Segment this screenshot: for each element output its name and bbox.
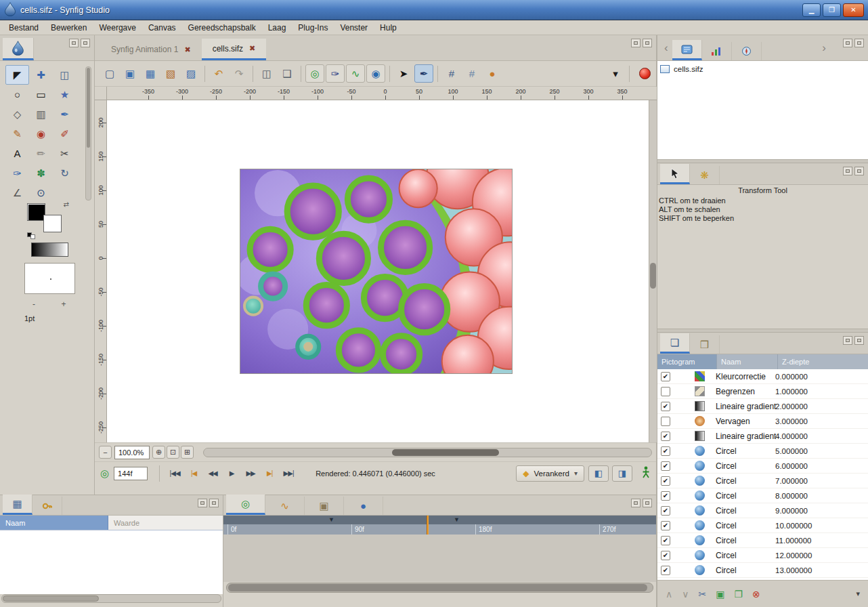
menu-item[interactable]: Hulp bbox=[374, 22, 403, 34]
keyframe-marker[interactable]: ▼ bbox=[454, 516, 460, 524]
canvas-item[interactable]: cells.sifz bbox=[657, 61, 868, 77]
seek-begin-button[interactable]: |◀◀ bbox=[166, 466, 183, 481]
panel-menu-button[interactable] bbox=[843, 167, 852, 175]
minimize-button[interactable]: ▁ bbox=[802, 3, 821, 17]
menu-item[interactable]: Laag bbox=[262, 22, 292, 34]
layer-row[interactable]: ✔ Circel 5.000000 bbox=[657, 444, 868, 459]
transform-tool[interactable]: ◤ bbox=[5, 65, 29, 85]
eyedrop-tool[interactable]: ✐ bbox=[53, 124, 77, 144]
save-button[interactable]: ▦ bbox=[141, 64, 160, 83]
layer-row[interactable]: ✔ Circel 10.000000 bbox=[657, 518, 868, 533]
tab-canvases[interactable]: ● bbox=[344, 497, 383, 515]
text-tool[interactable]: A bbox=[5, 144, 29, 163]
layer-row[interactable]: ✔ Lineaire gradient 4.000000 bbox=[657, 429, 868, 444]
canvas-artwork[interactable] bbox=[240, 169, 512, 373]
panel-menu-button[interactable] bbox=[843, 336, 852, 345]
background-color-swatch[interactable] bbox=[43, 215, 62, 232]
polygon-tool[interactable]: ◇ bbox=[5, 104, 29, 124]
snap-to-grid-button[interactable]: # bbox=[462, 64, 481, 83]
width-tool[interactable]: ✏ bbox=[29, 144, 53, 163]
next-frame-button[interactable]: ▶▶ bbox=[242, 466, 259, 481]
zoom-in-button[interactable]: ⊕ bbox=[152, 446, 165, 459]
tab-close-icon[interactable]: ✖ bbox=[184, 45, 190, 54]
seek-end-button[interactable]: ▶▶| bbox=[280, 466, 297, 481]
swap-colors-icon[interactable]: ⇄ bbox=[64, 201, 69, 208]
menu-item[interactable]: Weergave bbox=[93, 22, 142, 34]
column-header-z-diepte[interactable]: Z-diepte bbox=[778, 354, 868, 369]
zoom-reset-button[interactable]: ⊞ bbox=[181, 446, 194, 459]
horizontal-ruler[interactable]: -350-300-250-200-150-100-500501001502002… bbox=[107, 87, 657, 100]
layer-visibility-checkbox[interactable]: ✔ bbox=[661, 536, 670, 545]
cut-layer-button[interactable]: ✂ bbox=[699, 589, 707, 600]
panel-menu-button[interactable] bbox=[843, 39, 852, 47]
canvas-horizontal-scrollbar[interactable] bbox=[203, 448, 652, 457]
vertical-ruler[interactable]: 200150100500-50-100-150-200-250 bbox=[95, 100, 107, 442]
circle-tool[interactable]: ○ bbox=[5, 85, 29, 104]
column-header-waarde[interactable]: Waarde bbox=[108, 516, 223, 530]
reset-colors-icon[interactable] bbox=[27, 232, 37, 238]
layer-visibility-checkbox[interactable]: ✔ bbox=[661, 476, 670, 486]
parameters-list[interactable] bbox=[0, 530, 223, 594]
open-button[interactable]: ▣ bbox=[121, 64, 139, 83]
menu-item[interactable]: Venster bbox=[334, 22, 374, 34]
timetrack-body[interactable] bbox=[223, 535, 656, 582]
toggle-tangent-handles-button[interactable]: ∿ bbox=[346, 64, 365, 83]
zoom-fit-button[interactable]: ⊡ bbox=[167, 446, 179, 459]
prev-frame-button[interactable]: ◀◀ bbox=[204, 466, 221, 481]
layer-visibility-checkbox[interactable]: ✔ bbox=[661, 551, 670, 560]
seek-next-keyframe-button[interactable]: ▶| bbox=[261, 466, 278, 481]
column-header-naam[interactable]: Naam bbox=[717, 354, 778, 369]
layer-visibility-checkbox[interactable]: ✔ bbox=[661, 521, 670, 530]
menu-item[interactable]: Canvas bbox=[142, 22, 182, 34]
tab-tool-options[interactable] bbox=[660, 164, 690, 184]
tabs-scroll-left-icon[interactable]: ‹ bbox=[660, 41, 672, 55]
panel-close-button[interactable] bbox=[854, 336, 864, 345]
zoom-level-field[interactable]: 100.0% bbox=[114, 446, 150, 459]
new-group-button[interactable]: ▣ bbox=[716, 589, 724, 600]
cutout-tool[interactable]: ✂ bbox=[53, 144, 77, 163]
menu-item[interactable]: Gereedschapsbalk bbox=[182, 22, 262, 34]
brush-preview[interactable] bbox=[24, 263, 75, 294]
tab-keyframes[interactable] bbox=[32, 497, 62, 515]
layer-row[interactable]: ✔ Circel 7.000000 bbox=[657, 474, 868, 488]
spline-tool[interactable]: ✒ bbox=[53, 104, 77, 124]
save-as-button[interactable]: ▧ bbox=[161, 64, 180, 83]
panel-close-button[interactable] bbox=[81, 39, 90, 47]
redo-button[interactable]: ↷ bbox=[230, 64, 248, 83]
tab-timetrack[interactable]: ◎ bbox=[226, 495, 265, 515]
maximize-button[interactable]: ❐ bbox=[823, 3, 841, 17]
tab-canvas-browser[interactable] bbox=[672, 40, 702, 60]
layer-row[interactable]: ✔ Circel 9.000000 bbox=[657, 503, 868, 518]
layer-visibility-checkbox[interactable]: ✔ bbox=[661, 402, 670, 411]
decrease-brush-button[interactable]: - bbox=[27, 299, 41, 310]
toggle-radius-handles-button[interactable]: ◉ bbox=[366, 64, 385, 83]
animate-mode-button[interactable] bbox=[641, 466, 651, 481]
star-tool[interactable]: ★ bbox=[53, 85, 77, 104]
layer-visibility-checkbox[interactable]: ✔ bbox=[661, 491, 670, 501]
sketch-tool[interactable]: ✑ bbox=[5, 163, 29, 183]
gradient-swatch[interactable] bbox=[31, 243, 68, 257]
layer-row[interactable]: Vervagen 3.000000 bbox=[657, 414, 868, 429]
toggle-angle-handles-button[interactable]: ✒ bbox=[414, 64, 433, 83]
draw-tool[interactable]: ✎ bbox=[5, 124, 29, 144]
time-bar[interactable]: ▼ ▼ 0f90f180f270f bbox=[223, 516, 656, 535]
undo-button[interactable]: ↶ bbox=[209, 64, 228, 83]
seek-prev-keyframe-button[interactable]: |◀ bbox=[185, 466, 202, 481]
panel-menu-button[interactable] bbox=[198, 499, 207, 507]
panel-close-button[interactable] bbox=[854, 39, 864, 47]
column-header-pictogram[interactable]: Pictogram bbox=[657, 354, 717, 369]
onion-skin-button[interactable]: ● bbox=[483, 64, 502, 83]
column-header-naam[interactable]: Naam bbox=[0, 516, 108, 530]
toggle-width-handles-button[interactable]: ➤ bbox=[394, 64, 413, 83]
keyframe-marker[interactable]: ▼ bbox=[328, 516, 334, 524]
zoom-out-button[interactable]: − bbox=[99, 446, 112, 459]
layer-visibility-checkbox[interactable]: ✔ bbox=[661, 506, 670, 516]
layer-row[interactable]: ✔ Circel 6.000000 bbox=[657, 459, 868, 474]
layer-row[interactable]: ✔ Circel 8.000000 bbox=[657, 488, 868, 503]
keyframe-lock-dropdown[interactable]: ◆ Verankerd ▾ bbox=[516, 465, 584, 482]
timetrack-scrollbar[interactable] bbox=[226, 583, 653, 593]
render-button[interactable]: ◫ bbox=[257, 64, 276, 83]
layer-visibility-checkbox[interactable]: ✔ bbox=[661, 372, 670, 381]
panel-close-button[interactable] bbox=[209, 499, 219, 507]
tab-history[interactable]: ❋ bbox=[690, 166, 720, 184]
